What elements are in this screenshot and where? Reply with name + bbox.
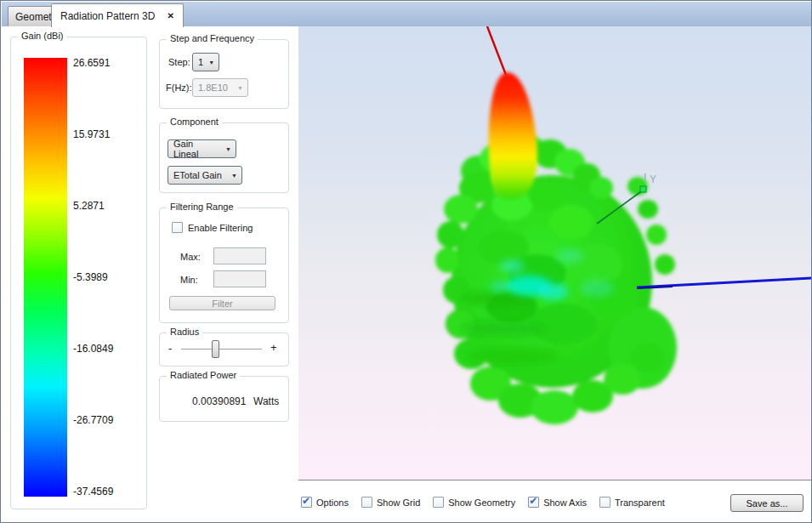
gain-label-3: -5.3989 [73, 271, 145, 283]
gain-colorbar [24, 58, 67, 497]
chevron-down-icon: ▼ [231, 173, 237, 179]
show-geometry-checkbox-item[interactable]: ✔ Show Geometry [433, 497, 515, 508]
gain-label-6: -37.4569 [73, 486, 145, 497]
show-axis-label: Show Axis [543, 497, 587, 508]
tab-close-icon[interactable]: ✕ [167, 11, 173, 20]
tab-radiation-pattern-3d[interactable]: Radiation Pattern 3D ✕ [51, 3, 184, 27]
freq-label: F(Hz): [166, 82, 192, 93]
y-axis-marker [640, 186, 646, 192]
component-title: Component [167, 117, 222, 127]
transparent-checkbox[interactable]: ✔ [599, 497, 610, 508]
min-label: Min: [180, 275, 198, 285]
component-field-value: ETotal Gain [173, 170, 222, 180]
main-beam-lobe [489, 72, 537, 200]
step-dropdown-value: 1 [198, 57, 203, 67]
show-grid-checkbox-item[interactable]: ✔ Show Grid [361, 497, 420, 508]
max-input [213, 247, 266, 264]
freq-dropdown-value: 1.8E10 [198, 82, 228, 93]
show-grid-label: Show Grid [377, 497, 420, 508]
render-viewport-3d[interactable]: Y [298, 26, 812, 480]
radius-slider-track[interactable] [181, 349, 262, 350]
enable-filtering-checkbox[interactable]: ✔ [172, 222, 183, 233]
filtering-title: Filtering Range [167, 202, 237, 212]
show-geometry-checkbox[interactable]: ✔ [433, 497, 444, 508]
radiated-power-title: Radiated Power [167, 370, 240, 380]
component-field-dropdown[interactable]: ETotal Gain ▼ [168, 166, 242, 185]
save-as-button[interactable]: Save as... [730, 494, 803, 512]
filter-button: Filter [169, 296, 275, 310]
y-axis-tick [644, 173, 646, 181]
options-checkbox[interactable]: ✔ [301, 497, 312, 508]
tab-bar: Geometry Radiation Pattern 3D ✕ [2, 2, 812, 26]
tab-radiation-label: Radiation Pattern 3D [60, 10, 155, 22]
radiation-pattern-window: Geometry Radiation Pattern 3D ✕ Gain (dB… [0, 0, 812, 523]
gain-scale-title: Gain (dBi) [18, 31, 67, 41]
component-type-value: Gain Lineal [173, 139, 220, 159]
radius-plus-label: + [270, 341, 277, 354]
freq-dropdown: 1.8E10 ▼ [192, 78, 248, 97]
transparent-checkbox-item[interactable]: ✔ Transparent [599, 497, 665, 508]
min-input [213, 270, 266, 287]
x-axis-line [637, 278, 812, 287]
chevron-down-icon: ▼ [225, 146, 231, 152]
step-frequency-title: Step and Frequency [167, 33, 258, 43]
show-geometry-label: Show Geometry [448, 497, 515, 508]
y-axis-label: Y [650, 173, 656, 185]
step-dropdown[interactable]: 1 ▼ [192, 53, 219, 71]
gain-label-0: 26.6591 [73, 57, 145, 69]
radiated-power-value: 0.00390891 [192, 395, 246, 407]
radius-minus-label: - [168, 342, 172, 355]
options-checkbox-item[interactable]: ✔ Options [301, 497, 349, 508]
gain-label-4: -16.0849 [73, 343, 145, 355]
show-grid-checkbox[interactable]: ✔ [361, 497, 372, 508]
viewport-options-bar: ✔ Options ✔ Show Grid ✔ Show Geometry ✔ … [301, 497, 665, 508]
chevron-down-icon: ▼ [237, 85, 243, 91]
chevron-down-icon: ▼ [208, 60, 214, 65]
show-axis-checkbox[interactable]: ✔ [528, 497, 539, 508]
radiation-pattern-3d: Y [298, 26, 812, 480]
z-axis-line [487, 26, 506, 75]
step-label: Step: [168, 57, 190, 67]
enable-filtering-label: Enable Filtering [188, 223, 253, 233]
component-type-dropdown[interactable]: Gain Lineal ▼ [168, 139, 236, 158]
step-frequency-group: Step and Frequency [159, 39, 289, 109]
check-icon: ✔ [302, 495, 310, 507]
gain-label-2: 5.2871 [73, 200, 145, 212]
radius-slider-handle[interactable] [212, 340, 219, 358]
radius-title: Radius [167, 327, 202, 337]
gain-label-5: -26.7709 [73, 414, 145, 426]
pattern-body [435, 136, 677, 424]
options-label: Options [316, 497, 349, 508]
gain-label-1: 15.9731 [73, 128, 145, 140]
show-axis-checkbox-item[interactable]: ✔ Show Axis [528, 497, 587, 508]
radiated-power-unit: Watts [253, 395, 279, 407]
max-label: Max: [180, 252, 201, 262]
check-icon: ✔ [529, 495, 537, 507]
transparent-label: Transparent [615, 497, 665, 508]
